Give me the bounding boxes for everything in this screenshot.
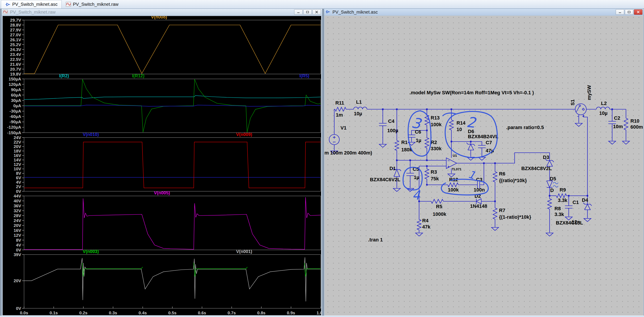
plot-pane-5[interactable]: V(n003)V(n001)39V20V0V0.0s0.1s0.2s0.3s0.… — [14, 249, 322, 315]
y-axis-tick-label: 20.7V — [10, 67, 21, 72]
schematic-label: C4 — [388, 118, 394, 124]
y-axis-tick-label: -60µA — [10, 114, 21, 119]
trace-V(n005) — [24, 197, 321, 250]
schematic-label: TL071 — [452, 167, 462, 171]
trace-title[interactable]: V(n003) — [83, 249, 99, 254]
y-axis-tick-label: 28V — [14, 213, 21, 218]
schematic-window: PV_Switch_miknet.asc R111mL110µV1m 100m … — [324, 9, 644, 316]
schematic-label: 330k — [431, 146, 442, 151]
schematic-label: R14 — [456, 120, 466, 126]
y-axis-tick-label: 22V — [14, 140, 21, 144]
schematic-label: R13 — [431, 115, 440, 121]
trace-title[interactable]: V(n005) — [154, 190, 170, 195]
y-axis-tick-label: 22.5V — [10, 57, 21, 62]
schematic-label: .model MySw SW(Ron=14m Roff=1Meg Vt=5 Vh… — [410, 90, 534, 95]
schematic-canvas[interactable]: R111mL110µV1m 100m 200m 400m)C4100µR1180… — [324, 16, 643, 315]
y-axis-tick-label: 30µA — [11, 98, 21, 103]
y-axis-tick-label: 0µA — [13, 103, 22, 108]
trace-title[interactable]: I(R5) — [300, 73, 309, 78]
trace-title[interactable]: V(n001) — [236, 249, 252, 254]
schematic-label: 3.3k — [554, 212, 564, 217]
tab-schematic-file[interactable]: PV_Switch_miknet.asc — [1, 0, 62, 9]
schematic-label: 1µ — [414, 175, 419, 180]
schematic-label: R7 — [499, 208, 505, 213]
schematic-label: − — [577, 114, 579, 118]
schematic-label: + — [447, 165, 450, 169]
schematic-label: R9 — [560, 187, 566, 193]
waveform-icon — [66, 2, 71, 7]
waveform-plot[interactable]: V(n008)29.7V28.8V27.9V27.0V26.1V25.2V24.… — [3, 16, 322, 315]
schematic-label: R5 — [436, 204, 442, 209]
trace-title[interactable]: I(R2) — [59, 73, 69, 78]
waveform-window-titlebar[interactable]: PV_Switch_miknet.raw — [2, 9, 322, 16]
plot-pane-1[interactable]: V(n008)29.7V28.8V27.9V27.0V26.1V25.2V24.… — [10, 16, 321, 77]
schematic-label: 1N4148 — [470, 203, 487, 209]
schematic-label: 47k — [422, 224, 430, 230]
plot-pane-3[interactable]: V(n010)V(n009)24V22V20V18V16V14V12V10V8V… — [14, 132, 321, 194]
y-axis-tick-label: 28.8V — [10, 23, 21, 28]
time-axis-tick-label: 0.7s — [228, 310, 236, 315]
time-axis-tick-label: 0.9s — [287, 310, 295, 315]
time-axis-tick-label: 0.0s — [20, 310, 28, 315]
close-button[interactable] — [634, 9, 642, 15]
y-axis-tick-label: 8V — [16, 238, 22, 242]
y-axis-tick-label: 21.6V — [10, 62, 21, 67]
y-axis-tick-label: 6V — [16, 175, 22, 180]
y-axis-tick-label: 19.8V — [10, 72, 21, 77]
plot-pane-4[interactable]: V(n005)44V40V36V32V28V24V20V16V12V8V4V0V — [14, 190, 321, 252]
y-axis-tick-label: 24V — [14, 218, 21, 223]
waveform-window: PV_Switch_miknet.raw V(n008)29.7V28.8V27… — [1, 9, 322, 316]
time-axis-tick-label: 0.5s — [168, 310, 176, 315]
schematic-window-titlebar[interactable]: PV_Switch_miknet.asc — [324, 9, 644, 16]
y-axis-tick-label: 16V — [14, 228, 21, 233]
trace-title[interactable]: V(n009) — [236, 132, 252, 137]
y-axis-tick-label: 20V — [14, 223, 21, 228]
time-axis-tick-label: 0.6s — [198, 310, 206, 315]
schematic-label: + — [582, 114, 584, 118]
window-title: PV_Switch_miknet.asc — [332, 10, 378, 15]
schematic-label: BZX84C8V2L — [521, 166, 552, 171]
schematic-label: .param ratio=0.5 — [506, 125, 544, 130]
schematic-label: − — [447, 159, 450, 163]
schematic-label: V1 — [340, 125, 346, 131]
time-axis-tick-label: 0.1s — [50, 310, 58, 315]
y-axis-tick-label: -30µA — [10, 109, 21, 114]
schematic-label: L1 — [356, 99, 362, 105]
restore-button[interactable] — [625, 9, 633, 15]
y-axis-tick-label: 2V — [16, 184, 22, 189]
minimize-button[interactable] — [294, 9, 303, 15]
y-axis-tick-label: 39V — [14, 252, 21, 257]
y-axis-tick-label: -90µA — [10, 120, 21, 124]
schematic-label: 1m — [336, 112, 343, 118]
schematic-icon — [325, 9, 331, 15]
schematic-label: 75k — [431, 176, 439, 181]
y-axis-tick-label: 29.7V — [10, 18, 21, 23]
close-button[interactable] — [312, 9, 321, 15]
time-axis-tick-label: 1.0s — [317, 310, 322, 315]
y-axis-tick-label: 36V — [14, 203, 21, 208]
trace-title[interactable]: V(n010) — [83, 132, 99, 137]
y-axis-tick-label: 4V — [16, 243, 22, 247]
time-axis-tick-label: 0.4s — [138, 310, 147, 315]
tab-waveform-file[interactable]: PV_Switch_miknet.raw — [62, 0, 122, 9]
y-axis-tick-label: 14V — [14, 158, 21, 162]
schematic-label: D1 — [390, 166, 396, 171]
trace-title[interactable]: I(R12) — [132, 73, 144, 78]
tab-label: PV_Switch_miknet.raw — [73, 2, 118, 7]
time-axis-tick-label: 0.8s — [257, 310, 266, 315]
schematic-label: BZX84B24VL — [468, 134, 498, 139]
trace-title[interactable]: V(n008) — [151, 16, 167, 20]
trace-V(n008) — [24, 25, 321, 74]
plot-pane-2[interactable]: I(R2)I(R12)I(R5)150µA120µA90µA60µA30µA0µ… — [7, 73, 321, 135]
minimize-button[interactable] — [616, 9, 624, 15]
y-axis-tick-label: 60µA — [11, 93, 21, 97]
schematic-label: 10µ — [354, 111, 362, 116]
schematic-label: R3 — [431, 169, 437, 175]
y-axis-tick-label: 18V — [14, 149, 21, 153]
trace-V(n001) — [24, 257, 321, 301]
y-axis-tick-label: 44V — [14, 194, 21, 198]
schematic-label: 10 — [456, 127, 462, 132]
restore-button[interactable] — [303, 9, 312, 15]
schematic-label: R8 — [554, 206, 561, 211]
schematic-label: R10 — [630, 118, 639, 124]
